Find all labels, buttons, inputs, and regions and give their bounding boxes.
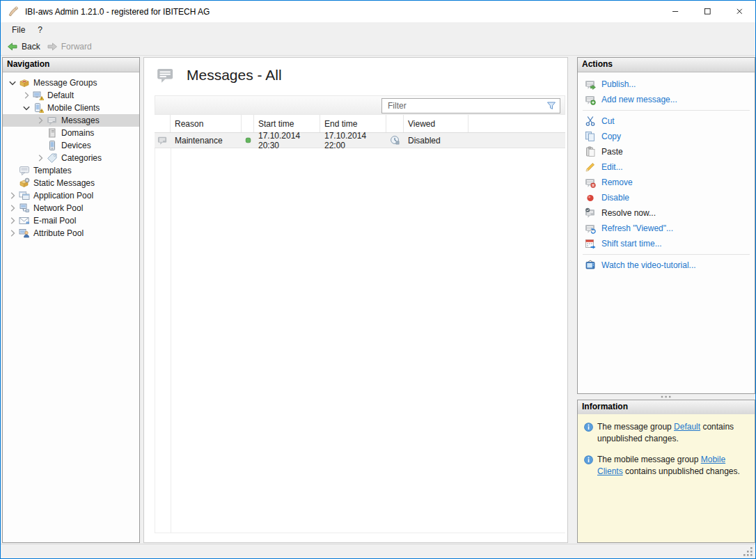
menu-help[interactable]: ? bbox=[31, 25, 49, 35]
action-disable[interactable]: Disable bbox=[578, 190, 755, 205]
chevron-spacer bbox=[7, 165, 18, 176]
action-label: Remove bbox=[601, 178, 633, 187]
attribute-pool-icon bbox=[19, 228, 30, 239]
filter-input[interactable] bbox=[382, 101, 546, 111]
window-controls bbox=[659, 1, 755, 22]
chevron-right-icon[interactable] bbox=[21, 90, 32, 101]
filter-box bbox=[381, 98, 560, 113]
action-add-new-message[interactable]: Add new message... bbox=[578, 92, 755, 107]
action-watch-the-video-tutorial[interactable]: Watch the video-tutorial... bbox=[578, 258, 755, 273]
video-tutorial-icon bbox=[585, 260, 596, 271]
column-start-time[interactable]: Start time bbox=[254, 115, 320, 132]
devices-icon bbox=[47, 140, 58, 151]
action-edit[interactable]: Edit... bbox=[578, 159, 755, 175]
tree-item-templates[interactable]: Templates bbox=[3, 164, 139, 177]
app-icon bbox=[7, 6, 19, 17]
tree-item-e-mail-pool[interactable]: E-mail Pool bbox=[3, 214, 139, 227]
chevron-right-icon[interactable] bbox=[7, 215, 18, 226]
messages-icon bbox=[157, 135, 168, 145]
column-status[interactable] bbox=[242, 115, 254, 132]
tree-item-label: Mobile Clients bbox=[47, 103, 100, 113]
action-label: Publish... bbox=[601, 79, 636, 89]
action-refresh-viewed[interactable]: Refresh "Viewed"... bbox=[578, 221, 755, 236]
info-item: The message group Default contains unpub… bbox=[583, 421, 750, 445]
chevron-right-icon[interactable] bbox=[7, 228, 18, 239]
close-icon bbox=[735, 7, 744, 16]
info-icon bbox=[583, 455, 594, 465]
action-shift-start-time[interactable]: Shift start time... bbox=[578, 236, 755, 251]
back-button-label: Back bbox=[22, 42, 40, 52]
action-label: Add new message... bbox=[601, 95, 677, 104]
edit-icon bbox=[585, 162, 596, 173]
tree-item-default[interactable]: Default bbox=[3, 89, 139, 102]
tree-item-label: Categories bbox=[61, 153, 102, 163]
tree-item-network-pool[interactable]: Network Pool bbox=[3, 202, 139, 214]
chevron-down-icon[interactable] bbox=[7, 77, 18, 88]
tree-item-mobile-clients[interactable]: Mobile Clients bbox=[3, 102, 139, 114]
chevron-right-icon[interactable] bbox=[35, 152, 46, 164]
chevron-down-icon[interactable] bbox=[21, 102, 32, 113]
refresh-viewed-icon bbox=[585, 223, 596, 234]
close-button[interactable] bbox=[723, 1, 755, 22]
minimize-icon bbox=[671, 7, 680, 16]
information-header: Information bbox=[578, 400, 755, 415]
table-grid-line bbox=[155, 533, 565, 533]
column-reason[interactable]: Reason bbox=[171, 115, 242, 132]
cell-start-time: 17.10.2014 20:30 bbox=[254, 133, 320, 148]
actions-panel: Actions Publish...Add new message...CutC… bbox=[577, 57, 755, 394]
forward-button: Forward bbox=[47, 41, 92, 52]
column-filler bbox=[468, 115, 565, 132]
action-copy[interactable]: Copy bbox=[578, 129, 755, 144]
chevron-right-icon[interactable] bbox=[7, 190, 18, 201]
statusbar bbox=[1, 544, 755, 558]
resize-grip-icon[interactable] bbox=[743, 547, 753, 556]
messages-icon bbox=[47, 115, 58, 126]
domains-icon bbox=[47, 127, 58, 139]
action-cut[interactable]: Cut bbox=[578, 113, 755, 129]
cell-viewed: Disabled bbox=[404, 133, 468, 148]
filter-funnel-icon[interactable] bbox=[546, 100, 557, 111]
action-label: Edit... bbox=[601, 162, 623, 172]
info-text-part: The mobile message group bbox=[597, 455, 701, 464]
maximize-button[interactable] bbox=[691, 1, 723, 22]
action-resolve-now: Resolve now... bbox=[578, 205, 755, 221]
action-label: Resolve now... bbox=[601, 208, 656, 218]
column-row-icon[interactable] bbox=[155, 115, 171, 132]
menu-file[interactable]: File bbox=[1, 25, 31, 35]
cell-reason: Maintenance bbox=[171, 133, 242, 148]
info-text-part: The message group bbox=[597, 422, 674, 432]
publish-icon bbox=[585, 79, 596, 90]
action-remove[interactable]: Remove bbox=[578, 175, 755, 190]
action-publish[interactable]: Publish... bbox=[578, 77, 755, 92]
tree-item-categories[interactable]: Categories bbox=[3, 152, 139, 164]
tree-item-attribute-pool[interactable]: Attribute Pool bbox=[3, 227, 139, 239]
info-link-default[interactable]: Default bbox=[674, 422, 700, 432]
tree-item-static-messages[interactable]: Static Messages bbox=[3, 177, 139, 189]
network-pool-icon bbox=[19, 203, 30, 214]
message-groups-icon bbox=[19, 77, 30, 88]
chevron-right-icon[interactable] bbox=[7, 203, 18, 214]
remove-icon bbox=[585, 177, 596, 188]
info-text: The message group Default contains unpub… bbox=[597, 421, 750, 445]
minimize-button[interactable] bbox=[659, 1, 691, 22]
column-viewed[interactable]: Viewed bbox=[404, 115, 468, 132]
back-button[interactable]: Back bbox=[7, 41, 40, 52]
action-label: Disable bbox=[601, 193, 629, 203]
cell-viewed-icon bbox=[386, 133, 404, 148]
panel-splitter[interactable] bbox=[577, 394, 755, 400]
column-viewed-icon[interactable] bbox=[386, 115, 404, 132]
column-end-time[interactable]: End time bbox=[320, 115, 386, 132]
table-row[interactable]: Maintenance17.10.2014 20:3017.10.2014 22… bbox=[155, 133, 565, 148]
tree-item-application-pool[interactable]: Application Pool bbox=[3, 189, 139, 202]
forward-icon bbox=[47, 41, 58, 52]
tree-item-label: Message Groups bbox=[33, 78, 97, 88]
tree-item-messages[interactable]: Messages bbox=[3, 114, 139, 127]
static-messages-icon bbox=[19, 178, 30, 189]
tree-item-message-groups[interactable]: Message Groups bbox=[3, 77, 139, 89]
tree-item-label: Templates bbox=[33, 166, 72, 175]
tree-item-domains[interactable]: Domains bbox=[3, 127, 139, 139]
tree-item-devices[interactable]: Devices bbox=[3, 139, 139, 152]
chevron-right-icon[interactable] bbox=[35, 115, 46, 126]
information-body: The message group Default contains unpub… bbox=[578, 414, 755, 542]
tree-item-label: Network Pool bbox=[33, 203, 83, 213]
